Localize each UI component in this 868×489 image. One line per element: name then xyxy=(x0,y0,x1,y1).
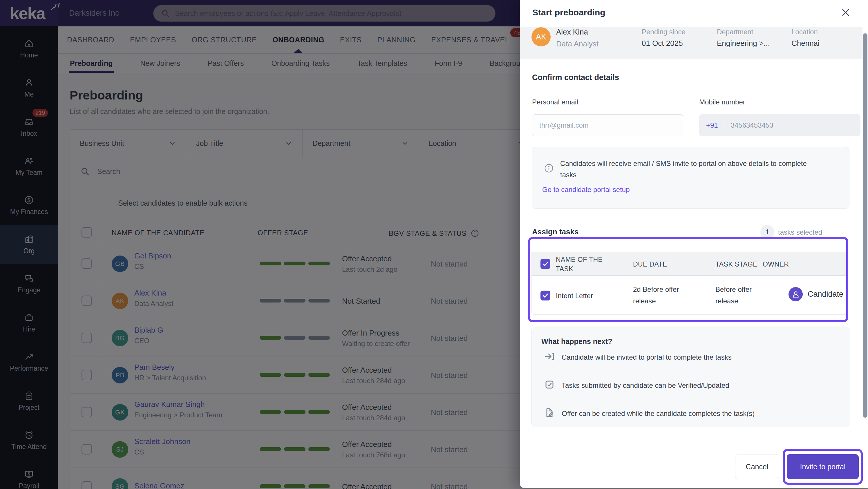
invite-icon xyxy=(544,351,555,363)
country-code: +91 xyxy=(699,121,723,129)
start-preboarding-drawer: Start preboarding AK Alex Kina Data Anal… xyxy=(520,0,868,488)
mobile-number-label: Mobile number xyxy=(699,98,745,106)
assign-tasks-table: NAME OF THE TASK DUE DATE TASK STAGE OWN… xyxy=(531,252,848,315)
tasks-selected-count: 1 xyxy=(761,225,774,239)
location-value: Chennai xyxy=(792,39,819,48)
task-owner: Candidate xyxy=(808,290,843,299)
personal-email-input[interactable]: thrr@gmail.com xyxy=(532,114,683,136)
what-happens-next-heading: What happens next? xyxy=(541,337,612,346)
task-stage: Before offer release xyxy=(715,284,773,307)
next-step-item: Candidate will be invited to portal to c… xyxy=(544,351,732,363)
notice-text: Candidates will receive email / SMS invi… xyxy=(560,158,815,181)
task-checkbox[interactable] xyxy=(540,291,550,300)
drawer-footer: Cancel Invite to portal xyxy=(520,445,868,488)
cancel-button[interactable]: Cancel xyxy=(735,454,779,479)
what-happens-next: What happens next? Candidate will be inv… xyxy=(531,327,849,427)
close-icon[interactable] xyxy=(841,8,852,19)
select-all-tasks-checkbox[interactable] xyxy=(540,259,550,269)
next-step-item: Tasks submitted by candidate can be Veri… xyxy=(544,379,729,392)
info-icon xyxy=(544,164,554,174)
pending-since-label: Pending since xyxy=(642,28,685,36)
mobile-number-value: 34563453453 xyxy=(723,121,773,129)
task-column-due: DUE DATE xyxy=(633,260,667,268)
task-column-stage: TASK STAGE xyxy=(715,260,757,268)
candidate-portal-setup-link[interactable]: Go to candidate portal setup xyxy=(542,186,630,194)
verify-icon xyxy=(544,379,555,392)
next-step-item: Offer can be created while the candidate… xyxy=(544,408,754,420)
tasks-selected-suffix: tasks selected xyxy=(778,228,822,236)
task-column-name: NAME OF THE TASK xyxy=(556,255,618,273)
task-due-date: 2d Before offer release xyxy=(633,284,691,307)
department-label: Department xyxy=(717,28,753,36)
assign-tasks-heading: Assign tasks xyxy=(532,227,579,236)
pending-since-value: 01 Oct 2025 xyxy=(642,39,683,48)
candidate-avatar: AK xyxy=(531,27,551,46)
candidate-summary: AK Alex Kina Data Analyst Pending since … xyxy=(520,27,863,59)
candidate-name: Alex Kina xyxy=(556,28,588,37)
owner-avatar-icon xyxy=(788,287,803,301)
next-step-text: Tasks submitted by candidate can be Veri… xyxy=(562,381,729,390)
next-step-text: Candidate will be invited to portal to c… xyxy=(562,353,732,361)
drawer-scrollbar[interactable] xyxy=(863,33,867,418)
task-column-owner: OWNER xyxy=(763,260,789,268)
app-screen: keka HomeMe219InboxMy TeamMy FinancesOrg… xyxy=(0,0,868,489)
drawer-title: Start preboarding xyxy=(532,7,606,18)
candidate-role: Data Analyst xyxy=(556,39,598,48)
task-name: Intent Letter xyxy=(556,292,593,300)
personal-email-placeholder: thrr@gmail.com xyxy=(539,121,589,129)
department-value: Engineering >... xyxy=(717,39,770,48)
invite-to-portal-button[interactable]: Invite to portal xyxy=(787,454,859,479)
location-label: Location xyxy=(792,28,818,36)
portal-invite-notice: Candidates will receive email / SMS invi… xyxy=(532,147,849,208)
offer-icon xyxy=(544,408,555,420)
next-step-text: Offer can be created while the candidate… xyxy=(562,410,754,418)
confirm-contact-heading: Confirm contact details xyxy=(532,73,619,82)
mobile-number-input[interactable]: +91 34563453453 xyxy=(699,114,861,136)
personal-email-label: Personal email xyxy=(532,98,578,106)
